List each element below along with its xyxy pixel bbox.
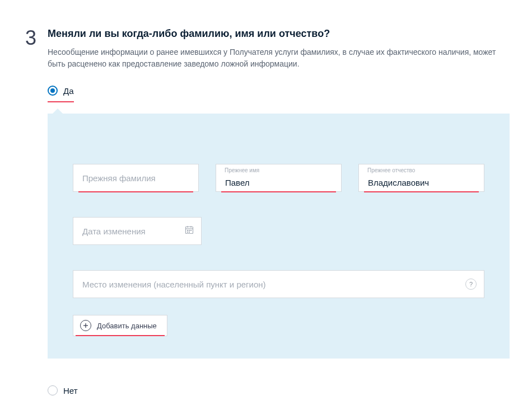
name-fields-row: Прежнее имя Прежнее отчество (73, 164, 484, 192)
radio-yes-button[interactable] (48, 86, 58, 96)
expanded-panel: Прежнее имя Прежнее отчество (48, 114, 510, 359)
previous-patronymic-label: Прежнее отчество (367, 167, 415, 173)
date-field-group (73, 217, 202, 245)
radio-no-wrapper: Нет (48, 385, 510, 396)
form-step: 3 Меняли ли вы когда-либо фамилию, имя и… (20, 28, 510, 396)
place-field-group: ? (73, 270, 484, 298)
svg-rect-7 (187, 232, 188, 233)
svg-rect-5 (189, 230, 190, 231)
add-underline (76, 335, 165, 336)
surname-field-group (73, 164, 199, 192)
radio-yes[interactable]: Да (48, 86, 74, 102)
step-title: Меняли ли вы когда-либо фамилию, имя или… (48, 28, 510, 40)
svg-rect-6 (190, 230, 192, 231)
radio-no-button[interactable] (48, 385, 58, 395)
change-place-input[interactable] (73, 270, 484, 298)
previous-surname-input[interactable] (73, 164, 199, 192)
change-date-input[interactable] (73, 217, 202, 245)
radio-dot-icon (50, 88, 55, 93)
name-field-group: Прежнее имя (216, 164, 342, 192)
radio-no-label: Нет (63, 386, 78, 395)
help-icon[interactable]: ? (465, 279, 477, 290)
field-underline (364, 191, 479, 192)
radio-yes-label: Да (63, 86, 74, 96)
radio-no[interactable]: Нет (48, 385, 78, 396)
panel-arrow-icon (52, 109, 63, 114)
field-underline (221, 191, 336, 192)
step-description: Несообщение информации о ранее имевшихся… (48, 46, 510, 70)
add-button-label: Добавить данные (97, 322, 157, 330)
step-number: 3 (20, 28, 36, 48)
previous-name-label: Прежнее имя (225, 167, 259, 173)
svg-rect-8 (189, 232, 190, 233)
add-data-button[interactable]: Добавить данные (73, 315, 167, 336)
calendar-icon[interactable] (185, 225, 194, 237)
plus-icon (80, 320, 91, 331)
step-content: Меняли ли вы когда-либо фамилию, имя или… (48, 28, 510, 396)
patronymic-field-group: Прежнее отчество (358, 164, 484, 192)
field-underline (78, 191, 193, 192)
svg-rect-4 (187, 230, 188, 231)
